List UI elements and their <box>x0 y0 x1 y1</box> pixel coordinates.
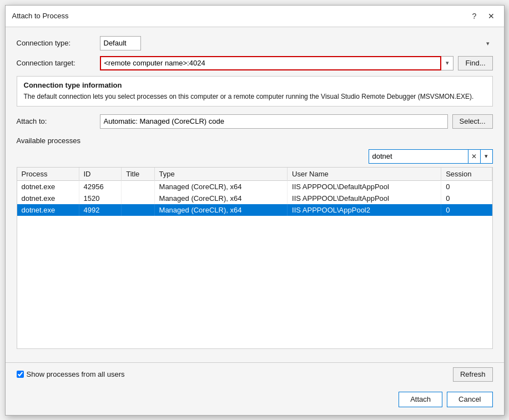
cell-3: Managed (CoreCLR), x64 <box>154 180 288 193</box>
cell-3: Managed (CoreCLR), x64 <box>154 193 288 204</box>
cancel-button[interactable]: Cancel <box>447 392 492 407</box>
table-header-row: Process ID Title Type User Name Session <box>17 168 492 181</box>
available-processes-label: Available processes <box>17 136 493 145</box>
connection-type-select[interactable]: Default <box>100 36 141 50</box>
connection-target-dropdown-btn[interactable]: ▾ <box>441 56 453 70</box>
table-row[interactable]: dotnet.exe42956Managed (CoreCLR), x64IIS… <box>17 180 492 193</box>
cell-3: Managed (CoreCLR), x64 <box>154 204 288 216</box>
connection-target-row: Connection target: ▾ Find... <box>17 56 493 70</box>
info-text: The default connection lets you select p… <box>24 92 486 102</box>
cell-5: 0 <box>441 180 492 193</box>
show-all-users-label[interactable]: Show processes from all users <box>17 370 125 378</box>
select-button[interactable]: Select... <box>452 114 493 129</box>
help-button[interactable]: ? <box>468 10 481 22</box>
process-table-container: Process ID Title Type User Name Session … <box>17 167 493 349</box>
cell-4: IIS APPPOOL\DefaultAppPool <box>288 180 441 193</box>
table-row[interactable]: dotnet.exe1520Managed (CoreCLR), x64IIS … <box>17 193 492 204</box>
col-username: User Name <box>288 168 441 181</box>
cell-4: IIS APPPOOL\DefaultAppPool <box>288 193 441 204</box>
show-all-users-text: Show processes from all users <box>27 370 125 378</box>
connection-type-label: Connection type: <box>17 39 100 47</box>
close-button[interactable]: ✕ <box>485 10 497 22</box>
cell-4: IIS APPPOOL\AppPool2 <box>288 204 441 216</box>
filter-clear-button[interactable]: ✕ <box>468 149 481 164</box>
cell-1: 1520 <box>79 193 122 204</box>
attach-to-input <box>100 114 448 129</box>
refresh-button[interactable]: Refresh <box>453 367 493 382</box>
filter-input[interactable] <box>369 149 468 164</box>
cell-1: 4992 <box>79 204 122 216</box>
connection-type-row: Connection type: Default <box>17 36 493 50</box>
attach-button[interactable]: Attach <box>399 392 442 407</box>
table-row[interactable]: dotnet.exe4992Managed (CoreCLR), x64IIS … <box>17 204 492 216</box>
filter-row: ✕ ▾ <box>17 149 493 164</box>
attach-to-label: Attach to: <box>17 117 100 125</box>
title-bar: Attach to Process ? ✕ <box>6 6 504 27</box>
cell-0: dotnet.exe <box>17 180 79 193</box>
attach-to-control: Select... <box>100 114 493 129</box>
cell-5: 0 <box>441 204 492 216</box>
connection-type-select-wrap: Default <box>100 36 493 50</box>
connection-target-label: Connection target: <box>17 59 100 67</box>
col-type: Type <box>154 168 288 181</box>
footer-buttons: Attach Cancel <box>6 386 504 415</box>
cell-5: 0 <box>441 193 492 204</box>
bottom-bar: Show processes from all users Refresh <box>6 362 504 386</box>
cell-0: dotnet.exe <box>17 193 79 204</box>
connection-target-control: ▾ Find... <box>100 56 493 70</box>
cell-1: 42956 <box>79 180 122 193</box>
dialog-content: Connection type: Default Connection targ… <box>6 27 504 358</box>
filter-dropdown-button[interactable]: ▾ <box>481 149 493 164</box>
attach-to-row: Attach to: Select... <box>17 114 493 129</box>
cell-0: dotnet.exe <box>17 204 79 216</box>
process-table: Process ID Title Type User Name Session … <box>17 168 492 216</box>
connection-type-info: Connection type information The default … <box>17 76 493 107</box>
cell-2 <box>122 193 154 204</box>
connection-type-control: Default <box>100 36 493 50</box>
col-session: Session <box>441 168 492 181</box>
col-id: ID <box>79 168 122 181</box>
col-process: Process <box>17 168 79 181</box>
dialog-title: Attach to Process <box>12 12 69 20</box>
attach-to-process-dialog: Attach to Process ? ✕ Connection type: D… <box>5 5 505 416</box>
info-title: Connection type information <box>24 81 486 89</box>
connection-target-input[interactable] <box>100 56 442 70</box>
show-all-users-checkbox[interactable] <box>17 371 24 378</box>
col-title: Title <box>122 168 154 181</box>
cell-2 <box>122 180 154 193</box>
connection-target-input-group: ▾ <box>100 56 454 70</box>
cell-2 <box>122 204 154 216</box>
title-bar-controls: ? ✕ <box>468 10 497 22</box>
find-button[interactable]: Find... <box>458 56 492 70</box>
